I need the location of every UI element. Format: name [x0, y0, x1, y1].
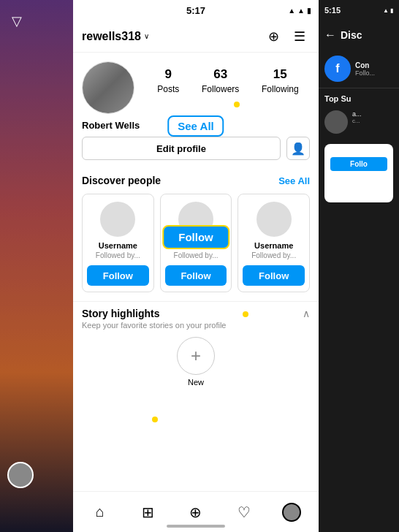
right-item-sub: Follo...: [355, 69, 375, 77]
right-status-icons: ▲ ▮: [383, 7, 393, 14]
followers-count: 63: [202, 67, 239, 82]
add-highlight-button[interactable]: +: [177, 337, 215, 375]
following-label: Following: [262, 84, 299, 94]
follow-button-2[interactable]: Follow: [165, 265, 227, 286]
card-sub-1: Followed by...: [87, 251, 149, 259]
home-nav-item[interactable]: ⌂: [86, 498, 115, 527]
card-sub-3: Followed by...: [243, 251, 305, 259]
top-nav: rewells318 ∨ ⊕ ☰: [73, 20, 319, 53]
card-name-3: Username: [243, 241, 305, 250]
card-avatar-2: [178, 202, 213, 237]
see-all-link[interactable]: See All: [278, 175, 310, 186]
right-item-name: Con: [355, 61, 375, 69]
edit-profile-button[interactable]: Edit profile: [82, 137, 281, 160]
card-avatar-3: [256, 202, 292, 237]
add-icon: ⊕: [189, 503, 202, 521]
following-stat[interactable]: 15 Following: [262, 67, 299, 95]
discover-header: Discover people See All: [82, 175, 310, 186]
right-item-info: Con Follo...: [355, 61, 375, 77]
username-row: rewells318 ∨: [82, 30, 257, 43]
card-name-2: Username: [165, 241, 227, 250]
battery-icon: ▮: [307, 7, 311, 15]
discover-card-1: Username Followed by... Follow: [82, 194, 154, 292]
right-top-nav: ← Disc: [319, 20, 399, 50]
follow-button-1[interactable]: Follow: [87, 265, 149, 286]
heart-icon: ♡: [238, 503, 251, 521]
chevron-down-icon[interactable]: ∨: [144, 32, 149, 40]
right-fb-icon: f: [324, 56, 351, 82]
signal-icon: ▲: [297, 7, 305, 15]
right-battery-icon: ▮: [390, 7, 393, 14]
profile-avatar: [282, 503, 301, 522]
card-name-1: Username: [87, 241, 149, 250]
action-buttons: Edit profile 👤: [73, 137, 319, 169]
menu-icon[interactable]: ☰: [289, 26, 310, 47]
right-panel: 5:15 ▲ ▮ ← Disc f Con Follo... Top Su a.…: [319, 0, 399, 532]
search-nav-item[interactable]: ⊞: [133, 498, 162, 527]
discover-title: Discover people: [82, 175, 161, 186]
right-status-bar: 5:15 ▲ ▮: [319, 0, 399, 20]
wifi-icon: ▲: [288, 7, 295, 15]
new-highlight-label: New: [188, 378, 204, 387]
discover-card-3: Username Followed by... Follow: [238, 194, 310, 292]
heart-nav-item[interactable]: ♡: [229, 498, 259, 527]
add-person-icon: 👤: [291, 142, 305, 156]
stats-row: 9 Posts 63 Followers 15 Following: [146, 61, 310, 95]
followers-label: Followers: [202, 84, 239, 94]
right-status-time: 5:15: [324, 6, 341, 15]
card-sub-2: Followed by...: [165, 251, 227, 259]
following-count: 15: [262, 67, 299, 82]
highlights-subtitle: Keep your favorite stories on your profi…: [82, 321, 310, 330]
status-time: 5:17: [186, 5, 205, 16]
posts-count: 9: [157, 67, 179, 82]
left-avatar: [7, 462, 34, 488]
posts-stat[interactable]: 9 Posts: [157, 67, 179, 95]
right-follow-button[interactable]: Follo: [330, 157, 387, 171]
discover-card-2: Username Followed by... Follow: [160, 194, 232, 292]
add-person-button[interactable]: 👤: [286, 137, 310, 160]
right-person-name: a...: [352, 110, 393, 118]
follow-button-3[interactable]: Follow: [243, 265, 305, 286]
card-avatar-1: [100, 202, 135, 237]
highlights-title: Story highlights: [82, 308, 160, 319]
search-icon: ⊞: [142, 503, 154, 521]
profile-header: 9 Posts 63 Followers 15 Following: [73, 53, 319, 120]
avatar: [82, 61, 134, 114]
username[interactable]: rewells318: [82, 30, 141, 43]
right-wifi-icon: ▲: [383, 7, 389, 14]
home-indicator: [167, 525, 225, 528]
right-top-suggested: Top Su: [319, 88, 399, 106]
main-panel: 5:17 ▲ ▲ ▮ rewells318 ∨ ⊕ ☰ 9 Posts 63 F…: [73, 0, 319, 532]
status-bar: 5:17 ▲ ▲ ▮: [73, 0, 319, 20]
home-icon: ⌂: [96, 503, 104, 520]
annotation-dot-3: [152, 417, 158, 422]
right-back-button[interactable]: ←: [324, 28, 336, 42]
chevron-up-icon: ∧: [303, 308, 310, 319]
right-person-sub: c...: [352, 118, 393, 124]
display-name: Robert Wells: [73, 120, 319, 137]
profile-nav-item[interactable]: [277, 498, 306, 527]
right-person-avatar: [324, 110, 348, 134]
avatar-image: [83, 62, 134, 113]
status-icons: ▲ ▲ ▮: [288, 7, 311, 15]
right-white-card: Follo: [324, 144, 393, 202]
new-highlight-item[interactable]: + New: [82, 337, 310, 387]
right-person-info: a... c...: [352, 110, 393, 124]
add-post-icon[interactable]: ⊕: [263, 26, 284, 47]
highlights-header: Story highlights ∧: [82, 308, 310, 319]
left-panel: ▽: [0, 0, 73, 532]
story-highlights: Story highlights ∧ Keep your favorite st…: [73, 301, 319, 392]
followers-stat[interactable]: 63 Followers: [202, 67, 239, 95]
discover-section: Discover people See All Username Followe…: [73, 169, 319, 301]
right-discover-item[interactable]: f Con Follo...: [319, 50, 399, 88]
add-nav-item[interactable]: ⊕: [181, 498, 210, 527]
posts-label: Posts: [157, 84, 179, 94]
discover-cards: Username Followed by... Follow Username …: [82, 194, 310, 292]
right-panel-title: Disc: [341, 29, 362, 41]
filter-icon: ▽: [12, 13, 22, 29]
right-person-item: a... c...: [319, 106, 399, 138]
left-panel-overlay: [0, 0, 73, 532]
